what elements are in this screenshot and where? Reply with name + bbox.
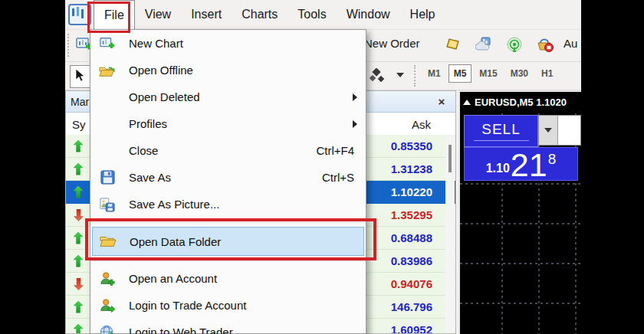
timeframe-m30[interactable]: M30 [505, 64, 534, 83]
menu-item-save-as-picture[interactable]: Save As Picture... [90, 191, 366, 218]
new-order-button[interactable]: New Order [364, 37, 420, 50]
menu-item-profiles[interactable]: Profiles [90, 110, 366, 137]
save-icon [97, 169, 117, 186]
toolbar-grip-handle[interactable] [67, 34, 72, 57]
ask-column-header[interactable]: Ask [412, 118, 455, 131]
menu-item-label: Open Deleted [129, 90, 200, 103]
terminal-content: File View Insert Charts Tools Window Hel… [65, 0, 581, 334]
mql5-cloud-icon[interactable] [475, 36, 492, 53]
timeframe-m5[interactable]: M5 [449, 64, 472, 83]
new-chart-icon [97, 35, 117, 52]
save-picture-icon [97, 196, 117, 213]
menu-help[interactable]: Help [400, 0, 445, 29]
up-arrow-icon [74, 163, 84, 175]
volume-field[interactable] [558, 116, 580, 145]
up-arrow-icon [74, 140, 84, 152]
market-icon[interactable] [536, 36, 553, 53]
indicators-icon[interactable] [369, 68, 386, 85]
menu-item-save-as[interactable]: Save As Ctrl+S [90, 164, 366, 191]
up-arrow-icon [74, 232, 84, 244]
menu-item-open-offline[interactable]: Open Offline [90, 57, 366, 84]
menu-item-new-chart[interactable]: New Chart [90, 30, 366, 57]
chart-title: EURUSD,M5 1.1020 [475, 97, 567, 108]
timeframe-bar: M1 M5 M15 M30 H1 [422, 64, 558, 83]
sell-underline [474, 140, 529, 141]
menu-item-label: Open an Account [129, 272, 217, 285]
menu-window[interactable]: Window [337, 0, 400, 29]
signals-icon[interactable] [506, 36, 523, 53]
menu-item-login-web-trader[interactable]: Login to Web Trader [90, 319, 366, 334]
sell-price-panel[interactable]: 1.10 21 8 [464, 147, 578, 181]
down-arrow-icon [74, 209, 84, 221]
menu-item-close[interactable]: Close Ctrl+F4 [90, 137, 366, 164]
submenu-arrow-icon [353, 120, 357, 128]
sell-button[interactable]: SELL [464, 115, 538, 147]
autotrading-button[interactable]: Au [564, 37, 577, 50]
menu-item-shortcut: Ctrl+S [322, 171, 354, 184]
up-arrow-icon [74, 186, 84, 198]
market-watch-title: Mar [71, 96, 89, 108]
open-folder-refresh-icon [97, 62, 117, 79]
account-add-icon [97, 270, 117, 287]
menu-insert[interactable]: Insert [181, 0, 232, 29]
menu-item-open-deleted[interactable]: Open Deleted [90, 84, 366, 110]
menu-charts[interactable]: Charts [232, 0, 288, 29]
menu-item-open-an-account[interactable]: Open an Account [90, 265, 366, 292]
price-prefix: 1.10 [486, 162, 510, 175]
chart-shift-icon[interactable] [445, 36, 462, 53]
combo-caret-button[interactable] [539, 116, 558, 145]
up-arrow-icon [74, 255, 84, 267]
menu-item-label: Save As Picture... [129, 198, 219, 211]
menu-item-login-trade-account[interactable]: Login to Trade Account [90, 292, 366, 319]
chevron-down-icon [544, 128, 552, 133]
up-arrow-icon [74, 301, 84, 313]
cursor-arrow-icon [75, 69, 86, 83]
toolbar-grip-handle[interactable] [414, 65, 419, 87]
up-arrow-icon [74, 324, 84, 334]
down-arrow-icon [74, 278, 84, 290]
timeframe-m15[interactable]: M15 [474, 64, 502, 83]
application-window: File View Insert Charts Tools Window Hel… [0, 0, 644, 334]
menu-item-shortcut: Ctrl+F4 [316, 144, 354, 157]
menu-item-label: Login to Web Trader [129, 326, 233, 334]
price-main: 21 [511, 149, 547, 180]
submenu-arrow-icon [353, 93, 357, 101]
scrollbar-thumb[interactable] [449, 145, 452, 172]
menu-item-label: Close [129, 144, 158, 157]
menu-item-label: Profiles [129, 117, 167, 130]
timeframe-h1[interactable]: H1 [536, 64, 558, 83]
collapse-triangle-icon[interactable] [463, 100, 471, 105]
menu-tools[interactable]: Tools [288, 0, 336, 29]
market-watch-scrollbar[interactable] [445, 136, 455, 332]
annotation-box-open-data-folder [85, 218, 376, 260]
close-icon[interactable]: × [434, 93, 449, 109]
volume-combobox[interactable] [538, 115, 581, 146]
sell-label: SELL [481, 121, 520, 138]
indicators-dropdown-caret-icon[interactable] [396, 73, 404, 77]
menu-item-label: Login to Trade Account [129, 299, 246, 312]
web-trader-icon [97, 324, 117, 334]
price-superscript: 8 [548, 151, 557, 168]
chart-window: EURUSD,M5 1.1020 SELL 1.10 21 8 [458, 90, 581, 334]
annotation-box-file [87, 2, 130, 33]
menu-view[interactable]: View [135, 0, 181, 29]
menu-item-label: Save As [129, 171, 171, 184]
file-dropdown-menu: New Chart Open Offline Open Deleted Prof… [90, 29, 366, 334]
timeframe-m1[interactable]: M1 [422, 64, 446, 83]
menu-item-label: Open Offline [129, 64, 193, 77]
chart-titlebar[interactable]: EURUSD,M5 1.1020 [460, 92, 581, 112]
menu-item-label: New Chart [129, 37, 183, 50]
account-login-icon [97, 297, 117, 314]
menu-bar: File View Insert Charts Tools Window Hel… [65, 0, 581, 30]
